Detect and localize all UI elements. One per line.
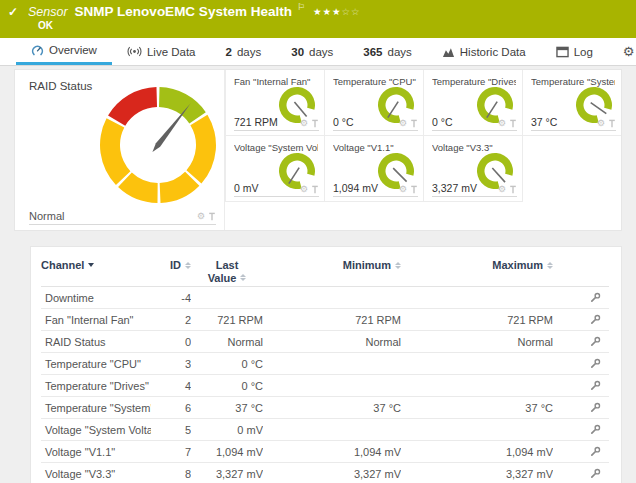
- gauge-tile: Temperature "Drives"0 °C⚙: [423, 70, 522, 136]
- raid-status-section: RAID Status Normal ⚙: [15, 70, 225, 230]
- sensor-header: ✓ Sensor SNMP LenovoEMC System Health ⚐ …: [0, 0, 636, 38]
- table-header-row: ChannelIDLastValue MinimumMaximum: [41, 253, 609, 287]
- tab-2-days[interactable]: 2days: [211, 38, 277, 65]
- cell-id: 3: [151, 358, 191, 370]
- table-row[interactable]: Temperature "CPU"30 °C: [41, 353, 609, 375]
- table-row[interactable]: Voltage "System Voltage (…50 mV: [41, 419, 609, 441]
- gear-icon[interactable]: ⚙: [498, 119, 506, 128]
- gauge-tile: Temperature "System"37 °C⚙: [522, 70, 621, 136]
- col-header-min[interactable]: Minimum: [263, 259, 401, 271]
- cell-maximum: 37 °C: [401, 402, 553, 414]
- cell-channel: Voltage "V1.1": [41, 446, 151, 458]
- channel-settings-icon[interactable]: [590, 292, 601, 303]
- gear-icon[interactable]: ⚙: [300, 119, 308, 128]
- cell-channel: Voltage "System Voltage (…: [41, 424, 151, 436]
- table-row[interactable]: Temperature "Drives"40 °C: [41, 375, 609, 397]
- pin-icon[interactable]: [311, 119, 319, 128]
- table-row[interactable]: Temperature "System"637 °C37 °C37 °C: [41, 397, 609, 419]
- status-badge: OK: [38, 20, 626, 31]
- tab-settings[interactable]: ⚙Settings: [608, 38, 636, 65]
- tab-bar: OverviewLive Data2days30days365daysHisto…: [0, 38, 636, 66]
- cell-minimum: 1,094 mV: [263, 446, 401, 458]
- gear-icon: ⚙: [623, 45, 635, 58]
- channel-settings-icon[interactable]: [590, 380, 601, 391]
- table-row[interactable]: RAID Status0NormalNormalNormal: [41, 331, 609, 353]
- table-row[interactable]: Fan "Internal Fan"2721 RPM721 RPM721 RPM: [41, 309, 609, 331]
- pin-icon[interactable]: [509, 185, 517, 194]
- raid-status-title: RAID Status: [29, 80, 92, 92]
- cell-channel: Temperature "System": [41, 402, 151, 414]
- cell-maximum: 1,094 mV: [401, 446, 553, 458]
- pin-icon[interactable]: [311, 185, 319, 194]
- gauge-tile: Voltage "System Voltage (12…0 mV⚙: [225, 136, 324, 202]
- cell-channel: Fan "Internal Fan": [41, 314, 151, 326]
- col-header-channel[interactable]: Channel: [41, 259, 151, 271]
- flag-icon[interactable]: ⚐: [297, 2, 305, 12]
- col-header-max[interactable]: Maximum: [401, 259, 553, 271]
- table-row[interactable]: Voltage "V3.3"83,327 mV3,327 mV3,327 mV: [41, 463, 609, 483]
- col-header-last[interactable]: LastValue: [191, 259, 263, 284]
- cell-last-value: 721 RPM: [191, 314, 263, 326]
- gear-icon[interactable]: ⚙: [399, 119, 407, 128]
- pin-icon[interactable]: [410, 119, 418, 128]
- gauge-value: 1,094 mV: [333, 182, 378, 194]
- status-check-icon: ✓: [8, 5, 26, 19]
- gauge-value: 0 °C: [432, 116, 453, 128]
- col-header-id[interactable]: ID: [151, 259, 191, 271]
- pin-icon[interactable]: [410, 185, 418, 194]
- cell-channel: Voltage "V3.3": [41, 468, 151, 480]
- tab-live-data[interactable]: Live Data: [112, 38, 211, 65]
- gear-icon[interactable]: ⚙: [498, 185, 506, 194]
- cell-channel: Temperature "CPU": [41, 358, 151, 370]
- raid-status-value: Normal: [29, 210, 64, 222]
- cell-channel: RAID Status: [41, 336, 151, 348]
- channel-settings-icon[interactable]: [590, 446, 601, 457]
- cell-last-value: 0 °C: [191, 380, 263, 392]
- channel-settings-icon[interactable]: [590, 402, 601, 413]
- gear-icon[interactable]: ⚙: [597, 119, 605, 128]
- gauge-tile-footer: 0 mV⚙: [234, 182, 319, 197]
- table-body: Downtime-4Fan "Internal Fan"2721 RPM721 …: [41, 287, 609, 483]
- channel-settings-icon[interactable]: [590, 358, 601, 369]
- channels-table: ChannelIDLastValue MinimumMaximum Downti…: [30, 246, 622, 483]
- tab-30-days[interactable]: 30days: [276, 38, 348, 65]
- pin-icon[interactable]: [509, 119, 517, 128]
- table-row[interactable]: Voltage "V1.1"71,094 mV1,094 mV1,094 mV: [41, 441, 609, 463]
- tab-label: days: [309, 46, 333, 58]
- tab-label: days: [388, 46, 412, 58]
- channel-settings-icon[interactable]: [590, 336, 601, 347]
- channel-settings-icon[interactable]: [590, 424, 601, 435]
- channel-settings-icon[interactable]: [590, 468, 601, 479]
- empty-tile: [522, 136, 621, 202]
- gauge-tile-footer: 721 RPM⚙: [234, 116, 319, 131]
- cell-last-value: 1,094 mV: [191, 446, 263, 458]
- gauge-value: 37 °C: [531, 116, 557, 128]
- cell-id: 7: [151, 446, 191, 458]
- gauge-tile-footer: 0 °C⚙: [333, 116, 418, 131]
- cell-minimum: 3,327 mV: [263, 468, 401, 480]
- gauge-value: 0 mV: [234, 182, 259, 194]
- priority-stars[interactable]: ★★★☆☆: [313, 6, 361, 17]
- gear-icon[interactable]: ⚙: [300, 185, 308, 194]
- tab-overview[interactable]: Overview: [16, 38, 112, 65]
- gauge-tile: Fan "Internal Fan"721 RPM⚙: [225, 70, 324, 136]
- cell-channel: Temperature "Drives": [41, 380, 151, 392]
- cell-minimum: 721 RPM: [263, 314, 401, 326]
- gauge-value: 0 °C: [333, 116, 354, 128]
- channel-settings-icon[interactable]: [590, 314, 601, 325]
- star-filled: ★★★: [313, 6, 342, 17]
- tab-historic-data[interactable]: Historic Data: [427, 38, 541, 65]
- gear-icon[interactable]: ⚙: [399, 185, 407, 194]
- pin-icon[interactable]: [608, 119, 616, 128]
- gauge-tile-footer: 0 °C⚙: [432, 116, 517, 131]
- table-row[interactable]: Downtime-4: [41, 287, 609, 309]
- cell-last-value: 0 mV: [191, 424, 263, 436]
- gear-icon[interactable]: ⚙: [197, 212, 205, 221]
- tab-label: Log: [574, 46, 593, 58]
- sort-icon: [240, 274, 246, 281]
- pin-icon[interactable]: [208, 212, 216, 221]
- tab-label: days: [237, 46, 261, 58]
- tab-log[interactable]: Log: [541, 38, 608, 65]
- tab-365-days[interactable]: 365days: [348, 38, 426, 65]
- gauge-tile-footer: 1,094 mV⚙: [333, 182, 418, 197]
